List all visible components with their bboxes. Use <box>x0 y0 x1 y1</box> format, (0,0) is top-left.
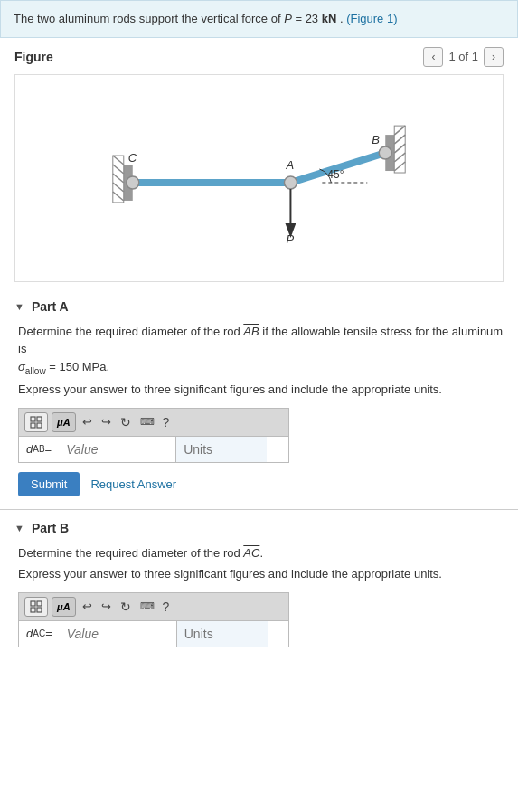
part-B-value-input[interactable] <box>60 621 177 647</box>
part-B-description: Determine the required diameter of the r… <box>18 544 504 562</box>
rod-AC-label: AC <box>243 546 259 560</box>
figure-canvas: C A B P 45° <box>14 74 504 282</box>
part-A-body: Determine the required diameter of the r… <box>18 323 504 496</box>
keyboard-button-A[interactable]: ⌨ <box>137 416 157 428</box>
part-B-period: . <box>259 546 263 560</box>
figure-page-label: 1 of 1 <box>448 50 478 63</box>
wall-hatch-4 <box>113 182 124 191</box>
joint-A <box>284 176 297 189</box>
keyboard-button-B[interactable]: ⌨ <box>137 600 157 612</box>
svg-rect-7 <box>37 608 42 612</box>
mu-button-B[interactable]: μA <box>52 597 76 617</box>
prev-figure-button[interactable]: ‹ <box>423 47 443 67</box>
part-B-section: ▼ Part B Determine the required diameter… <box>0 509 518 660</box>
joint-C <box>127 176 139 189</box>
label-B: B <box>372 133 380 146</box>
wall-right-hatch-4 <box>394 153 405 162</box>
part-A-value-input[interactable] <box>59 437 176 462</box>
label-P: P <box>286 231 294 245</box>
rod-AB-label: AB <box>243 325 259 338</box>
grid-icon-A <box>30 416 42 429</box>
part-B-label: dAC = <box>19 621 60 647</box>
dAB-prefix: d <box>26 442 33 456</box>
part-A-toolbar: μA ↩ ↪ ↻ ⌨ ? <box>18 408 289 436</box>
part-A-instruction: Express your answer to three significant… <box>18 381 504 399</box>
wall-hatch-5 <box>113 191 124 200</box>
part-A-period: . <box>107 360 110 373</box>
part-A-section: ▼ Part A Determine the required diameter… <box>0 288 518 509</box>
redo-button-B[interactable]: ↪ <box>99 600 114 613</box>
diagram-svg: C A B P 45° <box>15 75 503 281</box>
svg-rect-5 <box>37 601 42 606</box>
part-B-toolbar: μA ↩ ↪ ↻ ⌨ ? <box>18 592 289 620</box>
svg-rect-3 <box>37 423 42 428</box>
part-A-arrow: ▼ <box>14 301 24 312</box>
wall-right-hatch-2 <box>394 135 405 144</box>
mu-button-A[interactable]: μA <box>52 412 76 432</box>
figure-link[interactable]: (Figure 1) <box>346 12 397 25</box>
wall-hatch-3 <box>113 174 124 183</box>
part-B-body: Determine the required diameter of the r… <box>18 544 504 647</box>
part-B-title: Part B <box>32 521 69 535</box>
wall-right-hatch-5 <box>394 162 405 171</box>
part-A-units-input[interactable] <box>176 437 267 462</box>
part-A-input-row: dAB = <box>18 436 289 463</box>
wall-right-hatch-1 <box>394 126 405 135</box>
part-B-input-row: dAC = <box>18 620 289 647</box>
help-button-A[interactable]: ? <box>161 415 172 430</box>
grid-button-B[interactable] <box>24 597 48 617</box>
svg-rect-4 <box>31 601 35 606</box>
joint-B <box>379 146 391 159</box>
wall-hatch-1 <box>113 156 124 165</box>
refresh-button-B[interactable]: ↻ <box>118 600 134 614</box>
allow-subscript: allow <box>25 365 46 375</box>
figure-section: Figure ‹ 1 of 1 › <box>0 38 518 288</box>
part-A-title: Part A <box>32 299 69 314</box>
grid-button-A[interactable] <box>24 412 48 432</box>
sigma-value: = 150 MPa <box>46 360 107 373</box>
part-A-desc-1: Determine the required diameter of the r… <box>18 325 243 338</box>
part-A-label: dAB = <box>19 437 59 462</box>
svg-rect-6 <box>31 608 35 612</box>
redo-button-A[interactable]: ↪ <box>99 415 114 429</box>
dAC-prefix: d <box>26 627 33 640</box>
part-A-header[interactable]: ▼ Part A <box>14 299 504 314</box>
submit-button-A[interactable]: Submit <box>18 472 80 496</box>
part-B-units-input[interactable] <box>177 621 268 647</box>
next-figure-button[interactable]: › <box>484 47 504 67</box>
problem-statement: The two aluminum rods support the vertic… <box>0 0 518 38</box>
dAB-equals: = <box>45 442 52 456</box>
figure-header: Figure ‹ 1 of 1 › <box>14 47 504 67</box>
grid-icon-B <box>30 600 42 613</box>
undo-button-A[interactable]: ↩ <box>80 415 95 429</box>
dAB-sub: AB <box>33 444 44 454</box>
figure-title: Figure <box>14 50 53 64</box>
label-A: A <box>285 158 294 172</box>
part-A-description: Determine the required diameter of the r… <box>18 323 504 378</box>
help-button-B[interactable]: ? <box>161 600 172 614</box>
undo-button-B[interactable]: ↩ <box>80 600 95 613</box>
part-B-desc-1: Determine the required diameter of the r… <box>18 546 243 560</box>
svg-rect-2 <box>31 423 35 428</box>
refresh-button-A[interactable]: ↻ <box>118 415 134 430</box>
dAC-sub: AC <box>33 628 45 638</box>
part-B-header[interactable]: ▼ Part B <box>14 521 504 535</box>
wall-hatch-2 <box>113 165 124 174</box>
wall-right-hatch-3 <box>394 144 405 153</box>
svg-rect-0 <box>31 417 35 421</box>
part-A-submit-row: Submit Request Answer <box>18 472 504 496</box>
dAC-equals: = <box>45 627 52 640</box>
request-answer-link-A[interactable]: Request Answer <box>90 477 176 491</box>
label-C: C <box>128 151 137 165</box>
figure-nav: ‹ 1 of 1 › <box>423 47 504 67</box>
part-B-instruction: Express your answer to three significant… <box>18 565 504 583</box>
sigma-symbol: σ <box>18 360 25 373</box>
part-B-arrow: ▼ <box>14 523 24 533</box>
svg-rect-1 <box>37 417 42 421</box>
